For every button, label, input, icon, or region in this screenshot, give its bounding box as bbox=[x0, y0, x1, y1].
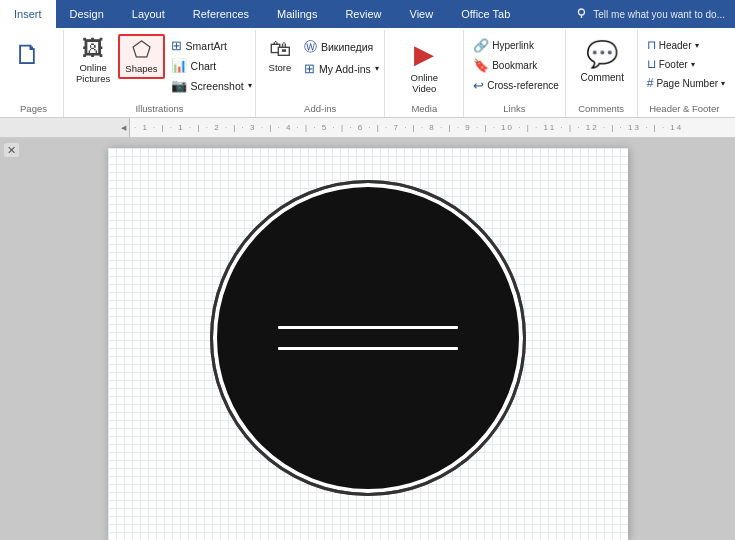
comments-label: Comments bbox=[566, 103, 637, 114]
tab-office-tab[interactable]: Office Tab bbox=[447, 0, 524, 28]
search-label: Tell me what you want to do... bbox=[593, 9, 725, 20]
pages-col: 🗋 bbox=[10, 34, 46, 73]
close-document-tab[interactable]: ✕ bbox=[4, 144, 19, 157]
footer-label: Footer bbox=[659, 59, 688, 70]
bookmark-icon: 🔖 bbox=[473, 58, 489, 73]
screenshot-button[interactable]: 📷 Screenshot ▾ bbox=[167, 76, 256, 95]
store-icon: 🛍 bbox=[269, 38, 291, 60]
media-label: Media bbox=[385, 103, 463, 114]
tab-bar: Insert Design Layout References Mailings… bbox=[0, 0, 735, 28]
footer-button[interactable]: ⊔ Footer ▾ bbox=[644, 55, 728, 73]
tab-mailings-label: Mailings bbox=[277, 8, 317, 20]
circle-shape[interactable] bbox=[213, 183, 523, 493]
ribbon-group-links: 🔗 Hyperlink 🔖 Bookmark ↩ Cross-reference… bbox=[464, 30, 565, 117]
header-dropdown-arrow: ▾ bbox=[695, 41, 699, 50]
pagenumber-dropdown-arrow: ▾ bbox=[721, 79, 725, 88]
headerfooter-col: ⊓ Header ▾ ⊔ Footer ▾ # Page Number ▾ bbox=[644, 34, 728, 92]
ruler: ◀ · 1 · | · 1 · | · 2 · | · 3 · | · 4 · … bbox=[0, 118, 735, 138]
wikipedia-label: Википедия bbox=[321, 41, 373, 53]
tab-insert[interactable]: Insert bbox=[0, 0, 56, 28]
bookmark-button[interactable]: 🔖 Bookmark bbox=[470, 56, 562, 75]
tab-design-label: Design bbox=[70, 8, 104, 20]
links-col: 🔗 Hyperlink 🔖 Bookmark ↩ Cross-reference bbox=[470, 34, 562, 95]
online-video-button[interactable]: ▶ Online Video bbox=[391, 34, 457, 99]
myaddings-icon: ⊞ bbox=[304, 61, 315, 76]
tab-mailings[interactable]: Mailings bbox=[263, 0, 331, 28]
ruler-left-margin: ◀ bbox=[0, 118, 130, 137]
ribbon-group-header-footer: ⊓ Header ▾ ⊔ Footer ▾ # Page Number ▾ He… bbox=[638, 30, 731, 117]
addins-col2: Ⓦ Википедия ⊞ My Add-ins ▾ bbox=[300, 34, 383, 78]
video-icon: ▶ bbox=[414, 39, 434, 70]
ribbon-group-media: ▶ Online Video Media bbox=[385, 30, 464, 117]
document-area: ✕ bbox=[0, 138, 735, 540]
screenshot-dropdown-arrow: ▾ bbox=[248, 81, 252, 90]
tab-layout-label: Layout bbox=[132, 8, 165, 20]
myaddings-button[interactable]: ⊞ My Add-ins ▾ bbox=[300, 59, 383, 78]
tab-office-tab-label: Office Tab bbox=[461, 8, 510, 20]
page-icon: 🗋 bbox=[14, 38, 42, 71]
smartart-label: SmartArt bbox=[186, 40, 227, 52]
tab-view[interactable]: View bbox=[396, 0, 448, 28]
illustrations-label: Illustrations bbox=[64, 103, 255, 114]
header-label: Header bbox=[659, 40, 692, 51]
pictures-button[interactable]: 🖼 OnlinePictures bbox=[70, 34, 116, 89]
cross-reference-label: Cross-reference bbox=[487, 80, 559, 91]
tab-view-label: View bbox=[410, 8, 434, 20]
tab-insert-label: Insert bbox=[14, 8, 42, 20]
online-video-label: Online Video bbox=[398, 72, 450, 94]
shapes-button[interactable]: ⬠ Shapes bbox=[118, 34, 164, 79]
pictures-icon: 🖼 bbox=[82, 38, 104, 60]
circle-line-top bbox=[278, 326, 458, 329]
hyperlink-icon: 🔗 bbox=[473, 38, 489, 53]
ruler-markers: · 1 · | · 1 · | · 2 · | · 3 · | · 4 · | … bbox=[130, 123, 683, 132]
store-label: Store bbox=[269, 62, 292, 73]
screenshot-icon: 📷 bbox=[171, 78, 187, 93]
wikipedia-icon: Ⓦ bbox=[304, 38, 317, 56]
bookmark-label: Bookmark bbox=[492, 60, 537, 71]
ribbon-group-addins: 🛍 Store Ⓦ Википедия ⊞ My Add-ins ▾ Add-i… bbox=[256, 30, 386, 117]
header-button[interactable]: ⊓ Header ▾ bbox=[644, 36, 728, 54]
chart-button[interactable]: 📊 Chart bbox=[167, 56, 256, 75]
links-label: Links bbox=[464, 103, 564, 114]
cross-reference-button[interactable]: ↩ Cross-reference bbox=[470, 76, 562, 95]
chart-icon: 📊 bbox=[171, 58, 187, 73]
comment-button[interactable]: 💬 Comment bbox=[572, 34, 633, 88]
cross-reference-icon: ↩ bbox=[473, 78, 484, 93]
ribbon-group-illustrations: 🖼 OnlinePictures ⬠ Shapes ⊞ SmartArt 📊 C… bbox=[64, 30, 256, 117]
ribbon-group-pages: 🗋 Pages bbox=[4, 30, 64, 117]
tab-design[interactable]: Design bbox=[56, 0, 118, 28]
shapes-icon: ⬠ bbox=[132, 39, 151, 61]
tab-references-label: References bbox=[193, 8, 249, 20]
close-tab-icon: ✕ bbox=[4, 143, 19, 157]
tab-layout[interactable]: Layout bbox=[118, 0, 179, 28]
myaddings-label: My Add-ins bbox=[319, 63, 371, 75]
tab-review[interactable]: Review bbox=[331, 0, 395, 28]
footer-icon: ⊔ bbox=[647, 57, 656, 71]
footer-dropdown-arrow: ▾ bbox=[691, 60, 695, 69]
ruler-left-indicator: ◀ bbox=[121, 124, 126, 132]
comment-label: Comment bbox=[581, 72, 624, 83]
wikipedia-button[interactable]: Ⓦ Википедия bbox=[300, 36, 383, 58]
screenshot-label: Screenshot bbox=[191, 80, 244, 92]
hyperlink-button[interactable]: 🔗 Hyperlink bbox=[470, 36, 562, 55]
search-bar[interactable]: Tell me what you want to do... bbox=[565, 0, 735, 28]
headerfooter-label: Header & Footer bbox=[638, 103, 731, 114]
shapes-label: Shapes bbox=[125, 63, 157, 74]
page-number-label: Page Number bbox=[656, 78, 718, 89]
pictures-label: OnlinePictures bbox=[76, 62, 110, 85]
page-number-icon: # bbox=[647, 76, 654, 90]
addins-label: Add-ins bbox=[256, 103, 385, 114]
ruler-scale: · 1 · | · 1 · | · 2 · | · 3 · | · 4 · | … bbox=[130, 123, 735, 132]
pages-icon-btn[interactable]: 🗋 bbox=[10, 36, 46, 73]
store-button[interactable]: 🛍 Store bbox=[262, 34, 298, 77]
page-number-button[interactable]: # Page Number ▾ bbox=[644, 74, 728, 92]
smartart-button[interactable]: ⊞ SmartArt bbox=[167, 36, 256, 55]
pages-label: Pages bbox=[4, 103, 63, 114]
comment-icon: 💬 bbox=[586, 39, 618, 70]
illus-col2: ⊞ SmartArt 📊 Chart 📷 Screenshot ▾ bbox=[167, 34, 256, 95]
hyperlink-label: Hyperlink bbox=[492, 40, 534, 51]
tab-references[interactable]: References bbox=[179, 0, 263, 28]
header-icon: ⊓ bbox=[647, 38, 656, 52]
chart-label: Chart bbox=[191, 60, 217, 72]
ribbon-group-comments: 💬 Comment Comments bbox=[566, 30, 638, 117]
